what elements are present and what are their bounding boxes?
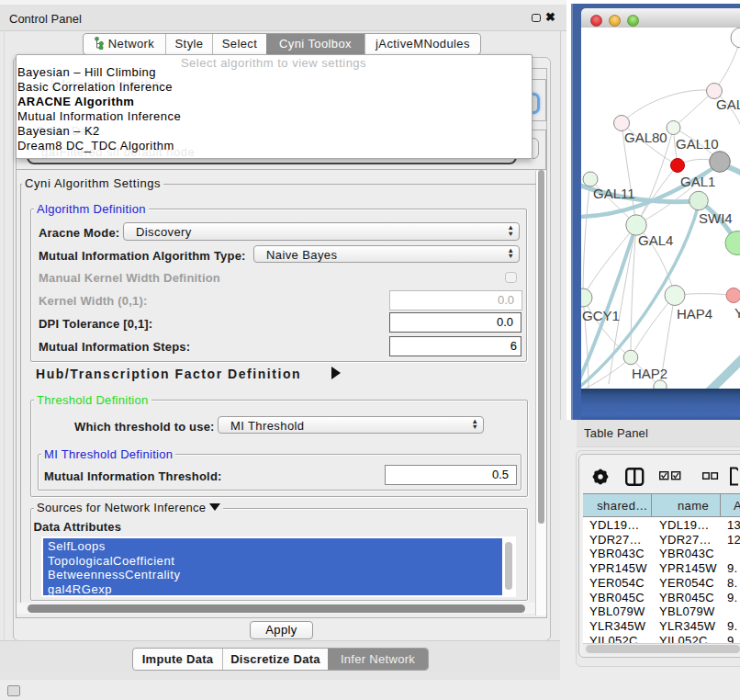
svg-text:GAL11: GAL11	[593, 186, 635, 201]
svg-text:GAL2: GAL2	[716, 96, 740, 112]
svg-text:GCY1: GCY1	[582, 308, 620, 323]
svg-text:GAL1: GAL1	[680, 174, 715, 189]
svg-text:SWI4: SWI4	[699, 210, 733, 226]
svg-text:HAP2: HAP2	[632, 366, 667, 381]
svg-text:HAP4: HAP4	[677, 306, 712, 322]
svg-text:GAL80: GAL80	[624, 130, 667, 145]
svg-text:GAL10: GAL10	[676, 136, 719, 152]
svg-text:GAL4: GAL4	[638, 232, 673, 248]
svg-text:Y: Y	[734, 305, 740, 321]
